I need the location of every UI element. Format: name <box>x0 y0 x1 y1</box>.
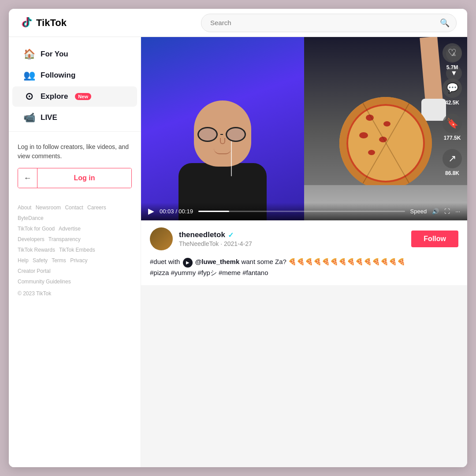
footer-link-newsroom[interactable]: Newsroom <box>36 205 61 211</box>
pizza-emojis: 🍕🍕🍕🍕🍕🍕🍕🍕🍕🍕🍕🍕🍕🍕 <box>288 258 405 265</box>
footer-link-transparency[interactable]: Transparency <box>48 236 81 242</box>
footer-link-rewards[interactable]: TikTok Rewards <box>18 247 55 253</box>
video-player[interactable]: ▲ ▼ ♡ 5.7M 💬 42.5K <box>141 37 467 220</box>
footer-link-tiktokforgood[interactable]: TikTok for Good <box>18 226 55 232</box>
live-icon: 📹 <box>23 112 35 123</box>
footer-link-contact[interactable]: Contact <box>65 205 83 211</box>
app-title: TikTok <box>36 17 67 29</box>
hashtag-pizza[interactable]: #pizza <box>150 269 169 276</box>
share-button[interactable]: ↗ 86.8K <box>443 149 462 176</box>
creator-row: theneedletok ✓ TheNeedleTok · 2021-4-27 … <box>150 227 458 250</box>
copyright-text: © 2023 TikTok <box>9 290 141 302</box>
video-actions: ♡ 5.7M 💬 42.5K 🔖 177.5K ↗ <box>443 43 462 176</box>
footer-link-developers[interactable]: Developers <box>18 236 45 242</box>
footer-link-privacy[interactable]: Privacy <box>70 257 87 264</box>
video-info: theneedletok ✓ TheNeedleTok · 2021-4-27 … <box>141 220 467 285</box>
comment-count: 42.5K <box>445 100 459 106</box>
footer-link-help[interactable]: Help <box>18 257 29 264</box>
progress-bar[interactable] <box>198 211 405 212</box>
tiktok-logo-icon <box>19 16 33 30</box>
sidebar-label-following: Following <box>41 71 75 80</box>
video-face-panel <box>141 37 304 220</box>
hashtag-fyp[interactable]: #fypシ <box>197 269 216 276</box>
sidebar: 🏠 For You 👥 Following ⊙ Explore New 📹 LI… <box>9 37 141 467</box>
hashtag-fantano[interactable]: #fantano <box>242 269 268 276</box>
hashtag-yummy[interactable]: #yummy <box>171 269 196 276</box>
login-button-wrapper: ← Log in <box>18 168 132 188</box>
bookmark-button[interactable]: 🔖 177.5K <box>443 114 462 141</box>
play-inline-icon: ▶ <box>183 258 193 268</box>
fullscreen-icon[interactable]: ⛶ <box>444 208 450 215</box>
home-icon: 🏠 <box>23 48 35 60</box>
sidebar-item-for-you[interactable]: 🏠 For You <box>12 44 137 64</box>
heart-icon: ♡ <box>443 43 462 63</box>
logo[interactable]: TikTok <box>19 16 67 30</box>
search-icon[interactable]: 🔍 <box>440 18 450 28</box>
bookmark-icon: 🔖 <box>443 114 462 133</box>
sidebar-item-live[interactable]: 📹 LIVE <box>12 108 137 128</box>
speed-label[interactable]: Speed <box>410 208 427 215</box>
caption-text-with: with <box>168 258 182 265</box>
main-content: ▲ ▼ ♡ 5.7M 💬 42.5K <box>141 37 467 467</box>
share-icon: ↗ <box>443 149 462 168</box>
control-right: Speed 🔊 ⛶ ··· <box>410 208 460 215</box>
comment-button[interactable]: 💬 42.5K <box>443 78 462 106</box>
login-section: Log in to follow creators, like videos, … <box>9 131 141 195</box>
creator-avatar[interactable] <box>150 227 173 250</box>
play-button[interactable]: ▶ <box>148 206 154 216</box>
footer-link-terms[interactable]: Terms <box>52 257 66 264</box>
at-mention[interactable]: @luwe_themk <box>195 258 240 265</box>
footer-link-community-guidelines[interactable]: Community Guidelines <box>18 279 71 285</box>
footer-link-about[interactable]: About <box>18 205 31 211</box>
footer-link-creator-portal[interactable]: Creator Portal <box>18 268 51 274</box>
verified-icon: ✓ <box>228 231 234 239</box>
volume-icon[interactable]: 🔊 <box>432 208 439 215</box>
login-button[interactable]: Log in <box>37 168 131 188</box>
nav-menu: 🏠 For You 👥 Following ⊙ Explore New 📹 LI… <box>9 44 141 128</box>
explore-icon: ⊙ <box>23 91 35 102</box>
caption-text-za: want some Za? <box>241 258 288 265</box>
hashtag-meme[interactable]: #meme <box>219 269 241 276</box>
avatar-image <box>150 227 173 250</box>
share-count: 86.8K <box>445 170 459 176</box>
search-input[interactable] <box>201 14 457 32</box>
header: TikTok 🔍 <box>9 9 467 37</box>
login-prompt-text: Log in to follow creators, like videos, … <box>18 142 132 161</box>
footer-link-advertise[interactable]: Advertise <box>59 226 81 232</box>
following-icon: 👥 <box>23 70 35 81</box>
app-window: TikTok 🔍 🏠 For You 👥 Following ⊙ <box>9 9 467 467</box>
creator-handle: TheNeedleTok · 2021-4-27 <box>179 240 405 247</box>
sidebar-label-explore: Explore <box>41 92 68 101</box>
creator-info: theneedletok ✓ TheNeedleTok · 2021-4-27 <box>179 231 405 247</box>
time-display: 00:03 / 00:19 <box>160 208 193 215</box>
video-controls: ▶ 00:03 / 00:19 Speed 🔊 ⛶ ··· <box>141 203 467 220</box>
follow-button[interactable]: Follow <box>411 231 458 247</box>
creator-name: theneedletok ✓ <box>179 231 405 239</box>
like-button[interactable]: ♡ 5.7M <box>443 43 462 71</box>
main-layout: 🏠 For You 👥 Following ⊙ Explore New 📹 LI… <box>9 37 467 467</box>
back-arrow-button[interactable]: ← <box>18 168 37 188</box>
sidebar-item-following[interactable]: 👥 Following <box>12 65 137 86</box>
video-right-panel: ▲ ▼ ♡ 5.7M 💬 42.5K <box>304 37 467 220</box>
bookmark-count: 177.5K <box>444 135 461 141</box>
footer-link-embeds[interactable]: TikTok Embeds <box>59 247 95 253</box>
progress-fill <box>198 211 229 212</box>
footer-links: About Newsroom Contact Careers ByteDance… <box>9 195 141 290</box>
hashtag-duet[interactable]: #duet <box>150 258 167 265</box>
search-bar: 🔍 <box>201 14 457 32</box>
video-caption: #duet with ▶ @luwe_themk want some Za? 🍕… <box>150 257 458 278</box>
footer-link-safety[interactable]: Safety <box>33 257 48 264</box>
creator-display-name[interactable]: theneedletok <box>179 231 225 239</box>
comment-icon: 💬 <box>443 78 462 98</box>
like-count: 5.7M <box>446 64 458 71</box>
footer-link-careers[interactable]: Careers <box>87 205 106 211</box>
more-options-icon[interactable]: ··· <box>455 208 460 215</box>
sidebar-item-explore[interactable]: ⊙ Explore New <box>12 86 137 107</box>
sidebar-label-for-you: For You <box>41 50 68 59</box>
video-left-panel <box>141 37 304 220</box>
new-badge: New <box>75 93 91 100</box>
sidebar-label-live: LIVE <box>41 113 57 122</box>
footer-link-bytedance[interactable]: ByteDance <box>18 215 44 221</box>
